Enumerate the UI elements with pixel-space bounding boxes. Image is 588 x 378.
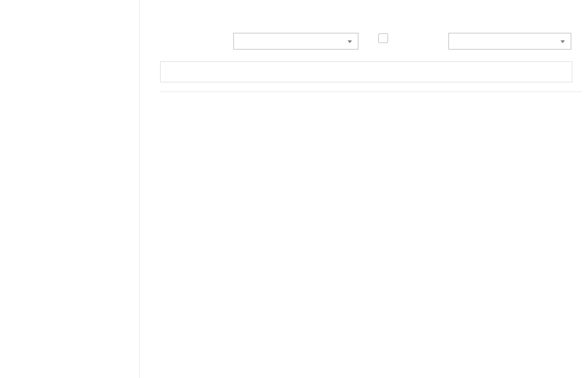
- caret-down-icon: [561, 40, 565, 43]
- caret-down-icon: [348, 40, 352, 43]
- main-content: [140, 0, 588, 378]
- default-dropdown[interactable]: [448, 33, 571, 50]
- settings-for-dropdown[interactable]: [233, 33, 358, 50]
- search-input[interactable]: [160, 61, 572, 82]
- sidebar: [0, 0, 140, 378]
- enable-user-groups-label: [376, 33, 428, 45]
- enable-user-groups-checkbox[interactable]: [378, 33, 388, 43]
- pages-tree: [160, 92, 582, 92]
